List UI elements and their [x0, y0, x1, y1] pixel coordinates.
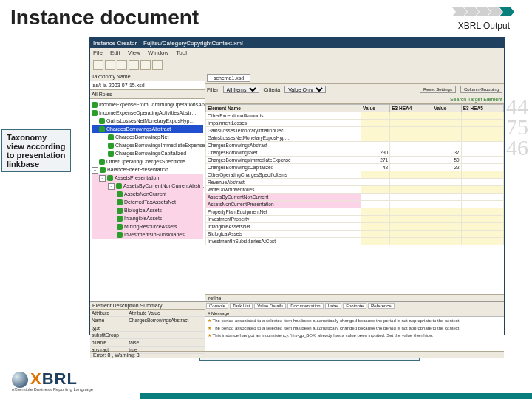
detail-row: nillablefalse	[90, 339, 205, 347]
reset-settings-button[interactable]: Reset Settings	[420, 86, 456, 93]
globe-icon	[12, 372, 28, 388]
toolbar-button[interactable]	[105, 60, 115, 70]
grid-row[interactable]: OtherExceptionalAmounts	[206, 112, 504, 120]
toolbar-button[interactable]	[117, 60, 127, 70]
grid-row[interactable]: GainsLossesNetMonetaryExposHyp…	[206, 134, 504, 142]
refine-bar[interactable]: refine	[205, 294, 504, 301]
grid-row[interactable]: BiologicalAssets	[206, 231, 504, 238]
tree-item[interactable]: OtherOperatingChargesSpecificIte…	[92, 157, 203, 166]
tree-item[interactable]: InvestmentsInSubsidiaries	[92, 231, 203, 239]
console-tab[interactable]: Reference	[368, 303, 395, 309]
console-tab[interactable]: Console	[206, 303, 228, 309]
tree-item[interactable]: IncomeExpenseFromContinuingOperationsAb…	[92, 100, 203, 109]
console-message: ★ The period associated to a selected it…	[205, 324, 504, 332]
grid-row[interactable]: IntangibleAssetsNet	[206, 223, 504, 231]
detail-attr-head: Attribute	[90, 310, 127, 317]
tree-item[interactable]: ChargesBorrowingsImmediateExpense	[92, 141, 203, 149]
console-message: ★ This instance has got an inconsistency…	[205, 332, 504, 339]
console-tabs: ConsoleTask ListValue DetailsDocumentati…	[205, 302, 504, 310]
toolbar	[90, 58, 504, 72]
search-row: Search Target Element	[205, 95, 504, 104]
col-ctx1[interactable]: E3 HEA4	[390, 105, 432, 112]
menu-view[interactable]: View	[128, 50, 140, 56]
console-tab[interactable]: Value Details	[254, 303, 286, 309]
filter-select[interactable]: All Items	[223, 86, 259, 93]
col-value2[interactable]: Value	[432, 105, 461, 112]
grid-row[interactable]: ImpairmentLosses	[206, 120, 504, 127]
console-tab[interactable]: Documentation	[287, 303, 323, 309]
toolbar-button[interactable]	[93, 60, 103, 70]
detail-head: Element Description Summary	[90, 302, 205, 310]
console-tab[interactable]: Label	[325, 303, 342, 309]
tree-item[interactable]: BiologicalAssets	[92, 206, 203, 214]
tab-schema[interactable]: schema1.xsd	[207, 74, 250, 82]
console-tab[interactable]: Task List	[230, 303, 253, 309]
xbrl-logo: XBRL eXtensible Business Reporting Langu…	[12, 369, 93, 392]
toolbar-button[interactable]	[129, 60, 139, 70]
grid-row[interactable]: AssetsByCurrentNonCurrent	[206, 194, 504, 201]
grid-row[interactable]: OtherOperatingChargesSpecificItems	[206, 171, 504, 179]
output-label: XBRL Output	[458, 21, 510, 31]
grid-row[interactable]: InvestmentInSubsidiariesAtCost	[206, 238, 504, 245]
grid-row[interactable]: ChargesBorrowingsImmediateExpense27159	[206, 157, 504, 164]
xbrl-tagline: eXtensible Business Reporting Language	[12, 387, 93, 392]
grid-row[interactable]: WriteDownInventories	[206, 186, 504, 194]
grid-row[interactable]: ChargesBorrowingsNet23037	[206, 149, 504, 157]
taxonomy-file[interactable]: ias/t-ia-2003-07-15.xsd	[90, 81, 205, 90]
taxonomy-tree-pane: Taxonomy Name ias/t-ia-2003-07-15.xsd Al…	[90, 72, 205, 301]
tree-item[interactable]: ChargesBorrowingsCapitalized	[92, 149, 203, 157]
document-tabs: schema1.xsd	[205, 72, 504, 84]
detail-row: NameChargesBorrowingsAbstract	[90, 317, 205, 324]
grid-row[interactable]: ChargesBorrowingsAbstract	[206, 142, 504, 149]
grid-row[interactable]: PropertyPlantEquipmentNet	[206, 208, 504, 216]
tree-item[interactable]: GainsLossesNetMonetaryExposHyp…	[92, 117, 203, 125]
roles-filter[interactable]: All Roles	[90, 90, 205, 99]
menu-edit[interactable]: Edit	[110, 50, 120, 56]
tree-item[interactable]: -AssetsByCurrentNonCurrentAbstr…	[92, 182, 203, 190]
tree-heading: Taxonomy Name	[90, 72, 205, 81]
console-tab[interactable]: Footnote	[343, 303, 366, 309]
search-target[interactable]: Search Target Element	[450, 97, 502, 102]
grid-row[interactable]: AssetsNonCurrentPresentation	[206, 201, 504, 208]
callout-taxonomy: Taxonomy view according to presentation …	[1, 129, 71, 172]
criteria-label: Criteria	[264, 87, 281, 92]
taxonomy-tree[interactable]: IncomeExpenseFromContinuingOperationsAb……	[90, 99, 205, 301]
value-grid[interactable]: Element Name Value E3 HEA4 Value E3 HEA5…	[205, 104, 504, 294]
slide-title: Instance document	[10, 6, 199, 30]
menu-window[interactable]: Window	[148, 50, 168, 56]
detail-val-head: Attribute Value	[127, 310, 205, 317]
filter-label: Filter	[207, 87, 219, 92]
menu-tool[interactable]: Tool	[176, 50, 187, 56]
tree-item[interactable]: MiningResourceAssets	[92, 222, 203, 231]
tree-item[interactable]: AssetsNonCurrent	[92, 190, 203, 198]
value-grid-pane: schema1.xsd Filter All Items Criteria Va…	[205, 72, 504, 301]
console-message: ★ The period associated to a selected it…	[205, 317, 504, 324]
tree-item[interactable]: DeferredTaxAssetsNet	[92, 198, 203, 206]
tree-item[interactable]: +BalanceSheetPresentation	[92, 166, 203, 174]
col-value1[interactable]: Value	[361, 105, 390, 112]
tree-item[interactable]: ChargesBorrowingsAbstract	[92, 125, 203, 133]
grid-row[interactable]: ChargesBorrowingsCapitalized-42-22	[206, 164, 504, 171]
col-ctx2[interactable]: E3 HEA5	[461, 105, 503, 112]
tree-item[interactable]: -AssetsPresentation	[92, 174, 203, 182]
element-description-panel: Element Description Summary Attribute At…	[90, 302, 205, 351]
detail-row: type	[90, 324, 205, 332]
grid-row[interactable]: InvestmentProperty	[206, 216, 504, 223]
toolbar-button[interactable]	[140, 60, 151, 70]
criteria-select[interactable]: Value Only	[284, 86, 326, 93]
tree-item[interactable]: ChargesBorrowingsNet	[92, 133, 203, 141]
menu-file[interactable]: File	[93, 50, 103, 56]
grid-row[interactable]: GainsLossesTemporaryInflationDec…	[206, 127, 504, 134]
console-panel: ConsoleTask ListValue DetailsDocumentati…	[205, 302, 504, 351]
col-element[interactable]: Element Name	[206, 105, 361, 112]
grid-filter-bar: Filter All Items Criteria Value Only Res…	[205, 84, 504, 95]
tree-item[interactable]: IntangibleAssets	[92, 214, 203, 222]
console-head: # Message	[205, 310, 504, 317]
toolbar-button[interactable]	[152, 60, 163, 70]
window-titlebar[interactable]: Instance Creator – Fujitsu/CategoryCopyr…	[90, 38, 504, 48]
footer-accent-bar	[140, 393, 532, 399]
menubar: File Edit View Window Tool	[90, 48, 504, 58]
tree-item[interactable]: IncomeExpenseOperatingActivitiesAbstr…	[92, 109, 203, 117]
grid-row[interactable]: RevenueAbstract	[206, 179, 504, 186]
column-grouping-button[interactable]: Column Grouping	[460, 86, 502, 93]
